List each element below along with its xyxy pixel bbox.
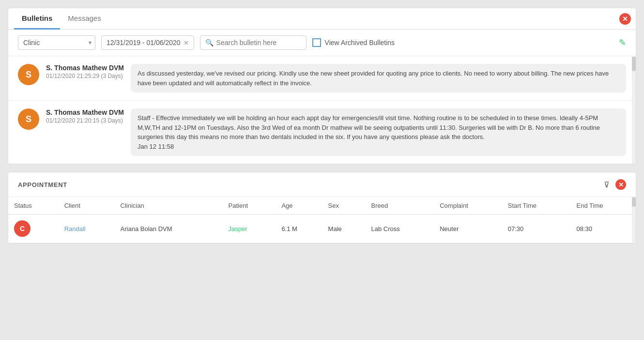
outer-wrapper: Bulletins Messages ✕ Clinic ▾ 12/31/2019… xyxy=(0,0,644,251)
cell-client: Randall xyxy=(59,215,115,243)
col-clinician: Clinician xyxy=(115,197,223,215)
cell-sex: Male xyxy=(322,215,366,243)
appt-scrollbar-thumb xyxy=(632,197,636,207)
appt-table-body: C Randall Ariana Bolan DVM Jasper 6.1 M … xyxy=(8,215,636,243)
avatar: S xyxy=(18,64,39,85)
bulletins-panel: Bulletins Messages ✕ Clinic ▾ 12/31/2019… xyxy=(8,8,636,164)
author-name: S. Thomas Mathew DVM xyxy=(46,64,124,72)
patient-link[interactable]: Jasper xyxy=(229,225,247,232)
bulletins-list: S S. Thomas Mathew DVM 01/12/2020 21:25:… xyxy=(8,56,636,164)
archive-checkbox[interactable] xyxy=(312,38,321,47)
archive-row: View Archived Bulletins ✎ xyxy=(312,37,626,48)
appointment-panel: APPOINTMENT ⊽ ✕ Status Client Clinician … xyxy=(8,172,636,244)
client-link[interactable]: Randall xyxy=(64,225,86,232)
col-breed: Breed xyxy=(365,197,434,215)
bulletin-author: S. Thomas Mathew DVM 01/12/2020 21:20:15… xyxy=(46,108,124,124)
tab-bulletins[interactable]: Bulletins xyxy=(14,8,60,30)
cell-patient: Jasper xyxy=(223,215,276,243)
tab-messages[interactable]: Messages xyxy=(60,8,108,30)
bulletin-message: As discussed yesterday, we've revised ou… xyxy=(131,64,626,93)
appt-table-wrapper: Status Client Clinician Patient Age Sex … xyxy=(8,197,636,243)
table-row: C Randall Ariana Bolan DVM Jasper 6.1 M … xyxy=(8,215,636,243)
avatar: S xyxy=(18,108,39,130)
cell-breed: Lab Cross xyxy=(365,215,434,243)
toolbar-row: Clinic ▾ 12/31/2019 - 01/06/2020 ✕ 🔍 Vie… xyxy=(8,30,636,56)
cell-clinician: Ariana Bolan DVM xyxy=(115,215,223,243)
col-patient: Patient xyxy=(223,197,276,215)
appt-title: APPOINTMENT xyxy=(18,181,604,188)
author-name: S. Thomas Mathew DVM xyxy=(46,108,124,116)
search-input[interactable] xyxy=(216,39,301,46)
appt-table-header: Status Client Clinician Patient Age Sex … xyxy=(8,197,636,215)
cell-complaint: Neuter xyxy=(434,215,502,243)
author-date: 01/12/2020 21:25:29 (3 Days) xyxy=(46,73,124,79)
bulletins-close-button[interactable]: ✕ xyxy=(619,13,631,25)
tabs-row: Bulletins Messages xyxy=(8,8,636,30)
col-sex: Sex xyxy=(322,197,366,215)
col-complaint: Complaint xyxy=(434,197,502,215)
bulletin-message: Staff - Effective immediately we will be… xyxy=(131,108,626,156)
search-box: 🔍 xyxy=(200,35,307,50)
date-range-value: 12/31/2019 - 01/06/2020 xyxy=(107,39,181,46)
bulletins-scrollbar[interactable] xyxy=(632,56,636,164)
search-icon: 🔍 xyxy=(205,39,214,46)
filter-icon[interactable]: ⊽ xyxy=(604,180,610,189)
col-age: Age xyxy=(276,197,322,215)
col-start-time: Start Time xyxy=(502,197,571,215)
col-client: Client xyxy=(59,197,115,215)
appt-scrollbar[interactable] xyxy=(632,197,636,243)
appt-close-button[interactable]: ✕ xyxy=(615,179,626,190)
cell-status: C xyxy=(8,215,59,243)
bulletin-item: S S. Thomas Mathew DVM 01/12/2020 21:25:… xyxy=(8,56,636,100)
author-date: 01/12/2020 21:20:15 (3 Days) xyxy=(46,117,124,124)
col-end-time: End Time xyxy=(571,197,636,215)
bulletins-scrollbar-thumb xyxy=(632,57,636,71)
clinic-select[interactable]: Clinic xyxy=(18,35,95,50)
cell-age: 6.1 M xyxy=(276,215,322,243)
date-range-button[interactable]: 12/31/2019 - 01/06/2020 ✕ xyxy=(101,35,194,50)
appt-header: APPOINTMENT ⊽ ✕ xyxy=(8,172,636,197)
date-range-clear-icon[interactable]: ✕ xyxy=(184,39,189,46)
clinic-select-wrapper: Clinic ▾ xyxy=(18,35,95,50)
status-avatar: C xyxy=(14,220,31,237)
bulletin-item: S S. Thomas Mathew DVM 01/12/2020 21:20:… xyxy=(8,100,636,164)
appt-table: Status Client Clinician Patient Age Sex … xyxy=(8,197,636,243)
col-status: Status xyxy=(8,197,59,215)
bulletin-author: S. Thomas Mathew DVM 01/12/2020 21:25:29… xyxy=(46,64,124,79)
cell-start-time: 07:30 xyxy=(502,215,571,243)
cell-end-time: 08:30 xyxy=(571,215,636,243)
archive-label: View Archived Bulletins xyxy=(325,39,395,46)
edit-icon-button[interactable]: ✎ xyxy=(619,37,626,48)
